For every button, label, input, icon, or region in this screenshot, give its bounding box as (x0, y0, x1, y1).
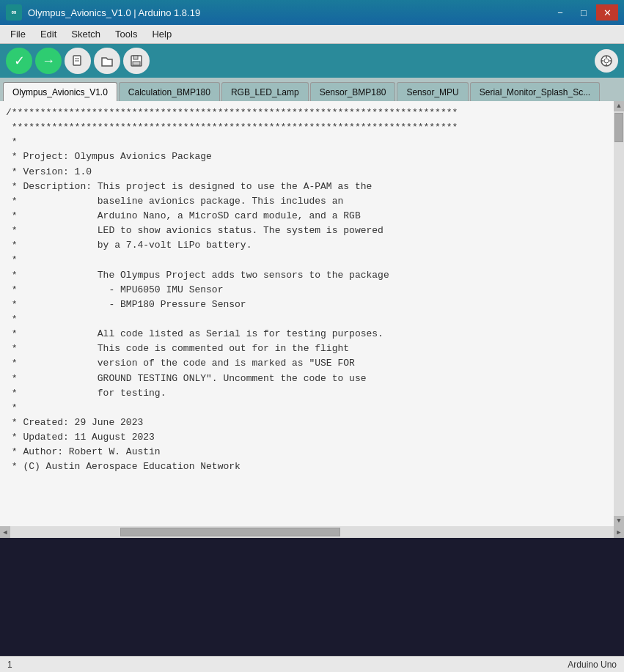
scroll-track[interactable] (614, 111, 624, 516)
title-bar: ∞ Olympus_Avionics_V1.0 | Arduino 1.8.19… (0, 0, 624, 25)
window-controls: − □ ✕ (549, 4, 618, 21)
svg-rect-4 (133, 56, 138, 59)
hscroll-track[interactable] (10, 526, 614, 538)
svg-rect-5 (133, 62, 140, 65)
editor-scroll[interactable]: /***************************************… (0, 101, 614, 526)
menu-item-edit[interactable]: Edit (33, 27, 64, 41)
minimize-button[interactable]: − (549, 4, 571, 21)
scroll-thumb[interactable] (614, 113, 623, 142)
vertical-scrollbar[interactable]: ▲ ▼ (614, 101, 624, 526)
maximize-button[interactable]: □ (573, 4, 595, 21)
logo-text: ∞ (12, 8, 17, 17)
tab-3[interactable]: Sensor_BMP180 (310, 82, 396, 101)
verify-button[interactable]: ✓ (6, 48, 32, 74)
close-button[interactable]: ✕ (596, 4, 618, 21)
code-area[interactable]: /***************************************… (0, 101, 614, 526)
editor-container: /***************************************… (0, 101, 624, 526)
menu-item-file[interactable]: File (3, 27, 33, 41)
main-content: Olympus_Avionics_V1.0Calculation_BMP180R… (0, 78, 624, 672)
tab-1[interactable]: Calculation_BMP180 (119, 82, 220, 101)
scroll-down-arrow[interactable]: ▼ (614, 516, 624, 526)
title-left: ∞ Olympus_Avionics_V1.0 | Arduino 1.8.19 (6, 4, 200, 21)
board-name: Arduino Uno (568, 660, 617, 670)
toolbar: ✓ → (0, 44, 624, 78)
console-area (0, 538, 624, 656)
toolbar-right (595, 49, 618, 73)
horizontal-scrollbar[interactable]: ◀ ▶ (0, 526, 624, 538)
menu-bar: FileEditSketchToolsHelp (0, 25, 624, 44)
tab-5[interactable]: Serial_Monitor_Splash_Sc... (470, 82, 600, 101)
line-number: 1 (7, 660, 12, 670)
menu-item-help[interactable]: Help (144, 27, 179, 41)
tabs-bar: Olympus_Avionics_V1.0Calculation_BMP180R… (0, 78, 624, 101)
tab-2[interactable]: RGB_LED_Lamp (221, 82, 309, 101)
scroll-right-arrow[interactable]: ▶ (614, 526, 624, 538)
tab-4[interactable]: Sensor_MPU (397, 82, 468, 101)
save-button[interactable] (123, 48, 150, 74)
title-text: Olympus_Avionics_V1.0 | Arduino 1.8.19 (28, 7, 200, 18)
new-button[interactable] (65, 48, 91, 74)
scroll-up-arrow[interactable]: ▲ (614, 101, 624, 111)
hscroll-thumb[interactable] (120, 528, 340, 536)
scroll-left-arrow[interactable]: ◀ (0, 526, 10, 538)
tab-0[interactable]: Olympus_Avionics_V1.0 (3, 82, 117, 101)
app-logo: ∞ (6, 4, 22, 21)
status-bar: 1 Arduino Uno (0, 656, 624, 672)
upload-button[interactable]: → (35, 48, 62, 74)
serial-monitor-button[interactable] (595, 49, 618, 73)
open-button[interactable] (94, 48, 120, 74)
menu-item-sketch[interactable]: Sketch (64, 27, 108, 41)
menu-item-tools[interactable]: Tools (108, 27, 144, 41)
